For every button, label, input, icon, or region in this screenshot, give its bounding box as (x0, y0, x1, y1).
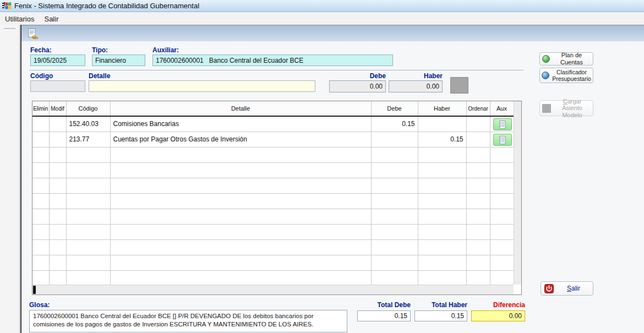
total-haber-field: 0.15 (414, 310, 467, 321)
plan-de-cuentas-button[interactable]: Plan de Cuentas (539, 52, 593, 65)
power-icon (544, 284, 554, 293)
grid-horizontal-scrollbar[interactable] (32, 285, 514, 294)
menu-salir[interactable]: Salir (39, 14, 63, 24)
diferencia-field: 0.00 (471, 310, 525, 321)
glosa-textarea[interactable]: 1760002600001 Banco Central del Ecuador … (29, 310, 347, 332)
app-window: Fenix - Sistema Integrado de Contabilida… (0, 0, 644, 333)
scrollbar-corner (514, 285, 521, 294)
col-detalle: Detalle (110, 101, 371, 116)
cargar-asiento-modelo-button[interactable]: Cargar Asiento Modelo (539, 100, 593, 116)
notepad-icon (499, 121, 506, 129)
gray-square-icon (542, 104, 551, 113)
diferencia-label: Diferencia (471, 301, 525, 309)
fecha-label: Fecha: (30, 46, 52, 54)
grid-vertical-scrollbar[interactable] (514, 101, 521, 285)
grid-empty-row[interactable] (32, 162, 514, 178)
tipo-label: Tipo: (92, 46, 108, 54)
auxiliar-input[interactable]: 1760002600001 Banco Central del Ecuador … (152, 54, 393, 66)
grid-row[interactable]: 152.40.03 Comisiones Bancarias 0.15 (32, 116, 514, 132)
app-logo-icon (2, 2, 12, 10)
col-aux: Aux (490, 101, 514, 116)
left-panel-splitter[interactable] (0, 25, 20, 333)
grid-row[interactable]: 213.77 Cuentas por Pagar Otros Gastos de… (32, 132, 514, 147)
grid-empty-row[interactable] (32, 239, 514, 255)
codigo-label: Código (30, 72, 53, 80)
aux-button[interactable] (493, 118, 512, 130)
debe-label: Debe (329, 72, 386, 80)
new-entry-button[interactable] (26, 28, 39, 40)
aux-button[interactable] (493, 134, 512, 146)
splitter-grip[interactable] (4, 28, 15, 30)
codigo-input[interactable] (30, 80, 85, 92)
col-ordenar: Ordenar (466, 101, 490, 116)
separator-line (29, 70, 523, 70)
col-haber: Haber (418, 101, 466, 116)
fecha-input[interactable]: 19/05/2025 (30, 54, 85, 66)
haber-input[interactable]: 0.00 (389, 80, 443, 92)
menu-bar: Utilitarios Salir (0, 13, 644, 25)
title-bar: Fenix - Sistema Integrado de Contabilida… (0, 0, 644, 12)
detalle-label: Detalle (89, 72, 110, 80)
col-modif: Modif (49, 101, 66, 116)
total-haber-label: Total Haber (414, 301, 467, 309)
tipo-input[interactable]: Financiero (92, 54, 145, 66)
detalle-input[interactable] (89, 80, 315, 92)
grid-header-row: Elimin Modif Código Detalle Debe Haber O… (32, 101, 514, 116)
haber-label: Haber (389, 72, 443, 80)
total-debe-label: Total Debe (357, 301, 411, 309)
total-debe-field: 0.15 (357, 310, 411, 321)
col-codigo: Código (66, 101, 110, 116)
grid-empty-row[interactable] (32, 255, 514, 270)
grid-empty-row[interactable] (32, 147, 514, 162)
document-coins-icon (27, 28, 39, 40)
content-area: Fecha: 19/05/2025 Tipo: Financiero Auxil… (20, 25, 644, 333)
grid-empty-row[interactable] (32, 270, 514, 286)
grid-empty-row[interactable] (32, 209, 514, 224)
entries-grid: Elimin Modif Código Detalle Debe Haber O… (32, 101, 522, 295)
salir-button[interactable]: Salir (541, 281, 593, 296)
grid-empty-row[interactable] (32, 193, 514, 209)
scrollbar-thumb[interactable] (33, 286, 36, 294)
glosa-label: Glosa: (29, 301, 50, 309)
blue-sphere-icon (542, 72, 549, 79)
green-sphere-icon (542, 55, 550, 63)
window-title: Fenix - Sistema Integrado de Contabilida… (14, 2, 199, 10)
auxiliar-label: Auxiliar: (152, 46, 179, 54)
menu-utilitarios[interactable]: Utilitarios (0, 14, 39, 24)
col-debe: Debe (371, 101, 418, 116)
toolbar (21, 25, 644, 41)
grid-empty-row[interactable] (32, 224, 514, 239)
col-elimin: Elimin (32, 101, 49, 116)
grid-empty-row[interactable] (32, 178, 514, 193)
add-entry-button[interactable] (450, 77, 468, 94)
notepad-icon (499, 136, 506, 144)
clasificador-presupuestario-button[interactable]: Clasificador Presupuestario (539, 68, 593, 83)
debe-input[interactable]: 0.00 (329, 80, 386, 92)
